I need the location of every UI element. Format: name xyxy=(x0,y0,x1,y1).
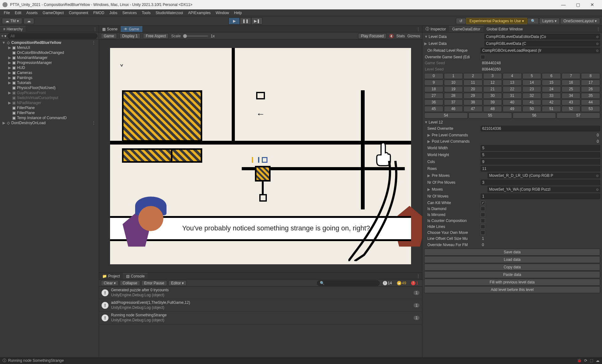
level-button-28[interactable]: 28 xyxy=(444,93,463,99)
level-button-14[interactable]: 14 xyxy=(522,80,541,86)
level-button-0[interactable]: 0 xyxy=(424,73,443,79)
menu-gameobject[interactable]: GameObject xyxy=(40,10,66,16)
game-canvas[interactable]: ˅ ← You've probably noticed something xyxy=(110,48,411,264)
play-focused-dropdown[interactable]: Play Focused xyxy=(358,33,387,39)
tree-item[interactable]: ▣FillerPlane xyxy=(0,105,99,110)
level-button-50[interactable]: 50 xyxy=(522,106,541,112)
console-search[interactable] xyxy=(317,280,380,286)
level-button-31[interactable]: 31 xyxy=(503,93,522,99)
tree-item[interactable]: ▶▣NPadManager xyxy=(0,100,99,105)
tab-scene[interactable]: ▦ Scene xyxy=(99,26,121,32)
menu-help[interactable]: Help xyxy=(232,10,245,16)
world-width-field[interactable]: 5 xyxy=(481,145,600,151)
level-button-13[interactable]: 13 xyxy=(503,80,522,86)
level-button-49[interactable]: 49 xyxy=(503,106,522,112)
log-row[interactable]: !Generated puzzle after 0 trycountsUnity… xyxy=(99,287,422,299)
level-button-41[interactable]: 41 xyxy=(522,99,541,105)
tree-item[interactable]: ▼◇CompositionRedBlueYellow⋮ xyxy=(0,40,99,45)
level12-header[interactable]: Level 12 xyxy=(428,120,484,124)
menu-assets[interactable]: Assets xyxy=(24,10,40,16)
rows-field[interactable]: 11 xyxy=(481,166,600,171)
level-button-2[interactable]: 2 xyxy=(463,73,483,79)
menu-window[interactable]: Window xyxy=(213,10,232,16)
level-button-39[interactable]: 39 xyxy=(483,99,502,105)
tab-game[interactable]: 👁 Game xyxy=(121,26,142,32)
scale-slider[interactable] xyxy=(183,35,208,37)
level-button-8[interactable]: 8 xyxy=(581,73,600,79)
level-button-15[interactable]: 15 xyxy=(542,80,561,86)
menu-file[interactable]: File xyxy=(1,10,12,16)
choose-own-checkbox[interactable] xyxy=(481,230,485,235)
copy-data-button[interactable]: Copy data xyxy=(424,264,600,271)
info-count-badge[interactable]: !14 xyxy=(381,281,394,286)
tree-item[interactable]: ▶▣HUD xyxy=(0,65,99,70)
level-button-47[interactable]: 47 xyxy=(463,106,483,112)
menu-jobs[interactable]: Jobs xyxy=(107,10,120,16)
paste-data-button[interactable]: Paste data xyxy=(424,271,600,278)
level-button-21[interactable]: 21 xyxy=(483,86,502,92)
level-button-34[interactable]: 34 xyxy=(562,93,581,99)
close-button[interactable]: ✕ xyxy=(585,0,599,9)
level-button-45[interactable]: 45 xyxy=(424,106,443,112)
level-button-20[interactable]: 20 xyxy=(463,86,483,92)
level-button-5[interactable]: 5 xyxy=(522,73,541,79)
is-diamond-checkbox[interactable] xyxy=(481,207,485,211)
leveldata-header-field[interactable]: CompRGBLevelDataEditorData (Co xyxy=(484,34,600,40)
stats-toggle[interactable]: Stats xyxy=(396,34,405,38)
level-button-1[interactable]: 1 xyxy=(444,73,463,79)
level-button-36[interactable]: 36 xyxy=(424,99,443,105)
level-button-7[interactable]: 7 xyxy=(562,73,581,79)
level-button-26[interactable]: 26 xyxy=(581,86,600,92)
moves-label[interactable]: Moves xyxy=(431,187,488,192)
level-button-37[interactable]: 37 xyxy=(444,99,463,105)
display-dropdown[interactable]: Display 1 xyxy=(119,33,140,39)
tree-item[interactable]: ▣PhysicsFloor(NotUsed) xyxy=(0,85,99,90)
fill-previous-button[interactable]: Fill with previous level data xyxy=(424,279,600,286)
level-button-32[interactable]: 32 xyxy=(522,93,541,99)
save-data-button[interactable]: Save data xyxy=(424,249,600,256)
level-button-11[interactable]: 11 xyxy=(463,80,483,86)
level-button-57[interactable]: 57 xyxy=(557,113,600,119)
experimental-packages-button[interactable]: Experimental Packages In Use ▾ xyxy=(466,18,527,24)
level-button-43[interactable]: 43 xyxy=(562,99,581,105)
status-cloud-icon[interactable]: ☁ xyxy=(596,358,599,363)
log-row[interactable]: !Running node SomethingStrangeUnityEngin… xyxy=(99,312,422,324)
status-progress-icon[interactable]: ⟳ xyxy=(584,358,587,363)
menu-fmod[interactable]: FMOD xyxy=(91,10,107,16)
menu-apiexamples[interactable]: APIExamples xyxy=(186,10,213,16)
tab-gamedataeditor[interactable]: GameDataEditor xyxy=(449,26,483,32)
level-button-17[interactable]: 17 xyxy=(581,80,600,86)
level-button-30[interactable]: 30 xyxy=(483,93,502,99)
level-button-38[interactable]: 38 xyxy=(463,99,483,105)
level-button-42[interactable]: 42 xyxy=(542,99,561,105)
level-button-18[interactable]: 18 xyxy=(424,86,443,92)
clear-button[interactable]: Clear ▾ xyxy=(101,280,119,286)
seed-overwrite-field[interactable]: 621014336 xyxy=(481,126,600,131)
tree-item[interactable]: ▶▣MondrianManager xyxy=(0,55,99,60)
minimize-button[interactable]: — xyxy=(556,0,571,9)
tab-console[interactable]: ▤ Console xyxy=(123,273,148,279)
tree-item[interactable]: ▣SwitchVirtualCursorInput xyxy=(0,95,99,100)
gameview-options-icon[interactable]: ⋮ xyxy=(415,27,422,31)
search-button[interactable]: 🔍 xyxy=(527,18,539,24)
level-button-16[interactable]: 16 xyxy=(562,80,581,86)
log-row[interactable]: !addProgressionEvent(1,TheStyle,FullGame… xyxy=(99,299,422,312)
level-button-40[interactable]: 40 xyxy=(503,99,522,105)
add-dropdown[interactable]: + ▾ xyxy=(1,34,6,38)
cols-field[interactable]: 9 xyxy=(481,159,600,165)
level-button-6[interactable]: 6 xyxy=(542,73,561,79)
level-button-9[interactable]: 9 xyxy=(424,80,443,86)
hide-lines-checkbox[interactable] xyxy=(481,224,485,229)
account-dropdown[interactable]: ☁ TM ▾ xyxy=(2,18,22,24)
level-button-24[interactable]: 24 xyxy=(542,86,561,92)
tree-item[interactable]: ▶▣Tutorials xyxy=(0,80,99,85)
is-counter-checkbox[interactable] xyxy=(481,219,485,223)
world-height-field[interactable]: 5 xyxy=(481,152,600,158)
level-button-35[interactable]: 35 xyxy=(581,93,600,99)
undo-history-button[interactable]: ↺ xyxy=(456,18,466,24)
leveldata-field[interactable]: CompRGBLevelData (C xyxy=(484,41,600,46)
level-button-12[interactable]: 12 xyxy=(483,80,502,86)
level-button-48[interactable]: 48 xyxy=(483,106,502,112)
warn-count-badge[interactable]: ▲49 xyxy=(395,281,408,286)
pre-level-commands-label[interactable]: Pre Level Commands xyxy=(431,133,488,137)
